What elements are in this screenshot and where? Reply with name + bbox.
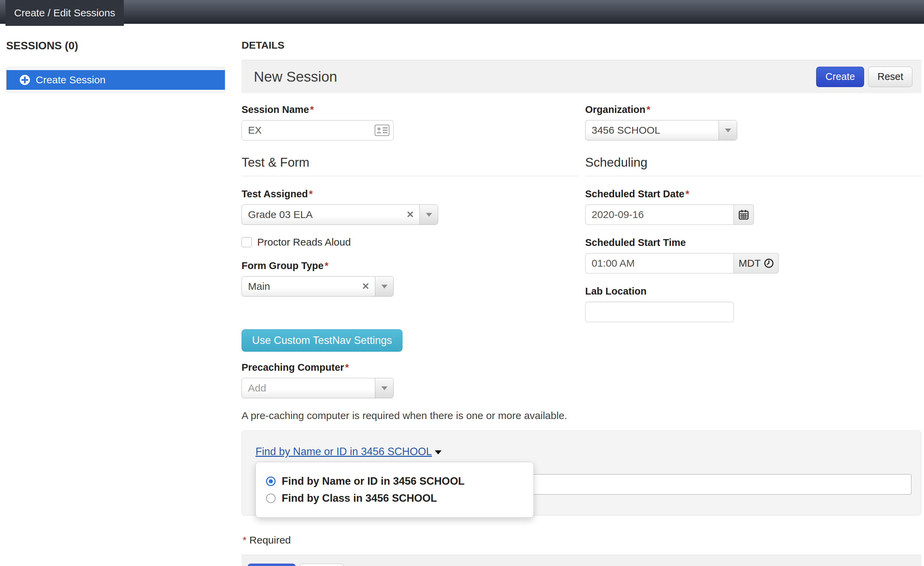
contact-card-icon bbox=[375, 124, 390, 136]
section-scheduling: Scheduling bbox=[585, 156, 921, 170]
timezone-button[interactable]: MDT bbox=[734, 253, 779, 274]
form-footer: Create Reset bbox=[242, 555, 921, 566]
calendar-icon bbox=[739, 210, 749, 220]
clear-icon[interactable]: ✕ bbox=[356, 281, 375, 292]
dropdown-arrow-icon[interactable] bbox=[420, 205, 438, 225]
precaching-computer-select[interactable]: Add bbox=[242, 378, 394, 398]
required-note: * Required bbox=[242, 535, 921, 546]
session-name-label: Session Name* bbox=[242, 104, 578, 115]
divider bbox=[242, 176, 578, 176]
tab-create-edit-sessions[interactable]: Create / Edit Sessions bbox=[6, 0, 124, 26]
find-by-dropdown: Find by Name or ID in 3456 SCHOOL Find b… bbox=[255, 462, 534, 518]
proctor-reads-aloud-label: Proctor Reads Aloud bbox=[257, 237, 351, 248]
divider bbox=[585, 176, 921, 176]
dropdown-arrow-icon[interactable] bbox=[375, 378, 393, 398]
details-pane: DETAILS New Session Create Reset Session… bbox=[242, 24, 921, 566]
new-session-header: New Session Create Reset bbox=[242, 60, 921, 93]
clock-icon bbox=[764, 259, 774, 268]
dropdown-arrow-icon[interactable] bbox=[718, 120, 737, 140]
page-title: New Session bbox=[254, 69, 816, 85]
dropdown-arrow-icon[interactable] bbox=[375, 277, 393, 296]
form-group-type-select[interactable]: Main ✕ bbox=[242, 276, 394, 296]
scheduled-start-date-label: Scheduled Start Date* bbox=[585, 189, 921, 200]
organization-select[interactable]: 3456 SCHOOL bbox=[585, 120, 737, 141]
calendar-button[interactable] bbox=[734, 204, 754, 225]
sessions-sidebar: SESSIONS (0) Create Session bbox=[6, 24, 225, 566]
session-list-box: Create Session bbox=[6, 67, 225, 93]
details-heading: DETAILS bbox=[242, 39, 921, 51]
option-find-by-class[interactable]: Find by Class in 3456 SCHOOL bbox=[266, 492, 523, 505]
test-assigned-select[interactable]: Grade 03 ELA ✕ bbox=[242, 204, 438, 225]
option-find-by-name-or-id[interactable]: Find by Name or ID in 3456 SCHOOL bbox=[266, 475, 523, 487]
use-custom-testnav-settings-button[interactable]: Use Custom TestNav Settings bbox=[242, 329, 402, 352]
sessions-count-title: SESSIONS (0) bbox=[6, 39, 225, 52]
lab-location-label: Lab Location bbox=[585, 286, 921, 297]
scheduled-start-time-label: Scheduled Start Time bbox=[585, 237, 921, 248]
radio-selected-icon[interactable] bbox=[266, 476, 276, 486]
scheduled-start-date-input[interactable] bbox=[585, 204, 734, 225]
find-by-toggle-link[interactable]: Find by Name or ID in 3456 SCHOOL bbox=[255, 446, 442, 458]
right-form-column: Organization* 3456 SCHOOL Scheduling Sch… bbox=[585, 104, 921, 398]
create-button-bottom[interactable]: Create bbox=[248, 564, 296, 566]
create-session-item[interactable]: Create Session bbox=[6, 70, 225, 90]
clear-icon[interactable]: ✕ bbox=[401, 209, 420, 220]
section-test-form: Test & Form bbox=[242, 156, 578, 170]
plus-circle-icon bbox=[20, 75, 30, 85]
session-name-input[interactable] bbox=[242, 120, 394, 141]
tab-label: Create / Edit Sessions bbox=[14, 7, 116, 19]
left-form-column: Session Name* T bbox=[242, 104, 578, 398]
test-assigned-label: Test Assigned* bbox=[242, 189, 578, 200]
top-nav-bar: Create / Edit Sessions bbox=[0, 0, 924, 24]
proctor-reads-aloud-checkbox[interactable] bbox=[242, 237, 252, 247]
create-session-label: Create Session bbox=[36, 74, 105, 86]
reset-button-top[interactable]: Reset bbox=[868, 67, 912, 87]
organization-label: Organization* bbox=[585, 104, 921, 115]
scheduled-start-time-input[interactable] bbox=[585, 253, 734, 274]
create-button-top[interactable]: Create bbox=[816, 67, 864, 87]
form-group-type-label: Form Group Type* bbox=[242, 260, 578, 271]
caret-down-icon bbox=[435, 450, 442, 454]
timezone-label: MDT bbox=[739, 258, 761, 269]
precaching-computer-label: Precaching Computer* bbox=[242, 362, 578, 373]
lab-location-input[interactable] bbox=[585, 302, 734, 322]
reset-button-bottom[interactable]: Reset bbox=[300, 564, 344, 566]
precaching-note: A pre-caching computer is required when … bbox=[242, 410, 921, 421]
radio-unselected-icon[interactable] bbox=[266, 494, 276, 503]
student-search-panel: Find by Name or ID in 3456 SCHOOL Find b… bbox=[242, 430, 921, 515]
